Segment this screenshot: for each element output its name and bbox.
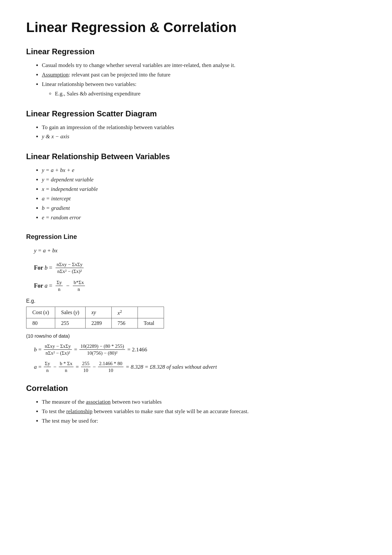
list-item: b = gradient [42, 204, 366, 213]
table-row: 80 255 2289 756 Total [26, 318, 164, 328]
formula-a: For a = Σy n − b*Σx n [34, 279, 366, 292]
data-table: Cost (x) Sales (y) xy x2 80 255 2289 756… [26, 307, 164, 328]
table-cell-total: Total [138, 318, 164, 328]
table-cell-x2: 756 [111, 318, 138, 328]
section-regression-line: Regression Line y = a + bx For b = nΣxy … [26, 233, 366, 373]
scatter-diagram-list: To gain an impression of the relationshi… [26, 123, 366, 142]
list-item: The measure of the association between t… [42, 397, 366, 407]
list-item: a = intercept [42, 194, 366, 204]
table-header-empty [138, 307, 164, 318]
example-label: E.g. [26, 298, 366, 304]
table-header-xy: xy [85, 307, 111, 318]
calc-b: b = nΣxy − ΣxΣy nΣx² − (Σx)² = 10(2289) … [34, 343, 366, 356]
linear-regression-list: Casual models try to change whether seve… [26, 61, 366, 99]
table-header-cost: Cost (x) [26, 307, 55, 318]
list-item: To test the relationship between variabl… [42, 407, 366, 416]
table-cell-cost: 80 [26, 318, 55, 328]
list-item: x = independent variable [42, 185, 366, 194]
list-item: Casual models try to change whether seve… [42, 61, 366, 70]
table-cell-sales: 255 [55, 318, 86, 328]
list-item: To gain an impression of the relationshi… [42, 123, 366, 132]
list-item: Linear relationship between two variable… [42, 80, 366, 99]
table-header-sales: Sales (y) [55, 307, 86, 318]
subsection-title-regression-line: Regression Line [26, 233, 366, 241]
list-item: E.g., Sales &b advertising expenditure [55, 89, 366, 99]
correlation-list: The measure of the association between t… [26, 397, 366, 426]
page-title: Linear Regression & Correlation [26, 20, 366, 35]
formula-y-eq: y = a + bx [34, 245, 366, 256]
section-linear-relationship: Linear Relationship Between Variables y … [26, 152, 366, 222]
sub-list: E.g., Sales &b advertising expenditure [42, 89, 366, 99]
list-item: y = dependent variable [42, 175, 366, 185]
section-title-linear-relationship: Linear Relationship Between Variables [26, 152, 366, 161]
section-title-linear-regression: Linear Regression [26, 47, 366, 56]
section-linear-regression: Linear Regression Casual models try to c… [26, 47, 366, 99]
formula-b: For b = nΣxy − ΣxΣy nΣx² − (Σx)² [34, 261, 366, 274]
list-item: The test may be used for: [42, 416, 366, 426]
table-cell-xy: 2289 [85, 318, 111, 328]
regression-line-formula: y = a + bx For b = nΣxy − ΣxΣy nΣx² − (Σ… [34, 245, 366, 292]
list-item: y = a + bx + e [42, 166, 366, 175]
list-item: e = random error [42, 213, 366, 223]
section-title-scatter-diagram: Linear Regression Scatter Diagram [26, 109, 366, 118]
section-scatter-diagram: Linear Regression Scatter Diagram To gai… [26, 109, 366, 142]
linear-relationship-list: y = a + bx + e y = dependent variable x … [26, 166, 366, 222]
list-item: y & x − axis [42, 132, 366, 142]
section-correlation: Correlation The measure of the associati… [26, 384, 366, 426]
table-note: (10 rows/no of data) [26, 333, 366, 339]
list-item: Assumption: relevant past can be project… [42, 70, 366, 80]
section-title-correlation: Correlation [26, 384, 366, 393]
table-header-x2: x2 [111, 307, 138, 318]
calc-a: a = Σy n − b * Σx n = 255 10 − 2.1466 * … [34, 361, 366, 373]
